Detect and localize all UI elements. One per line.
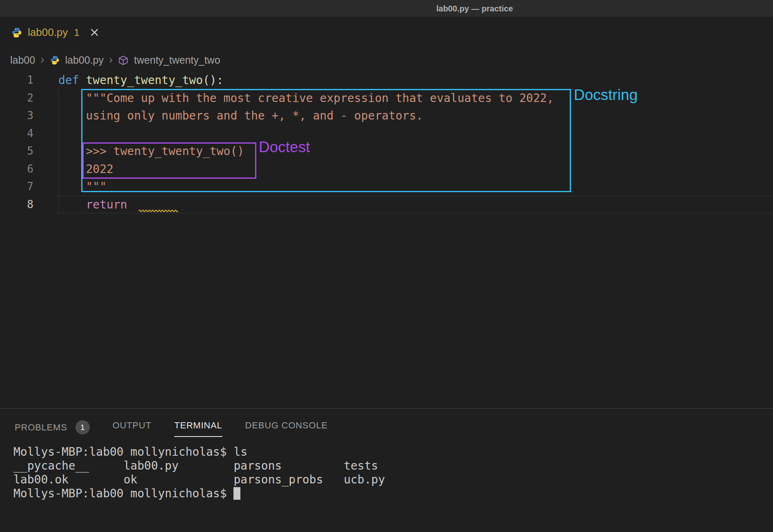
- terminal-prompt-line: Mollys-MBP:lab00 mollynicholas$: [13, 487, 773, 501]
- tab-problems[interactable]: PROBLEMS 1: [15, 420, 90, 441]
- code-line-1[interactable]: 1 def twenty_twenty_two():: [0, 71, 773, 89]
- tab-debug-console-label: DEBUG CONSOLE: [245, 420, 328, 431]
- code-line-5[interactable]: 5 >>> twenty_twenty_two(): [0, 142, 773, 160]
- keyword-def: def: [58, 73, 79, 87]
- breadcrumb: lab00 › lab00.py › twenty_twenty_two: [0, 49, 773, 71]
- code-editor[interactable]: 1 def twenty_twenty_two(): 2 """Come up …: [0, 71, 773, 408]
- close-icon[interactable]: [90, 28, 99, 37]
- line-number: 4: [0, 125, 33, 143]
- tab-problem-count: 1: [74, 27, 79, 38]
- tab-terminal[interactable]: TERMINAL: [174, 420, 222, 437]
- code-line-6[interactable]: 6 2022: [0, 160, 773, 178]
- line-number: 8: [0, 196, 33, 214]
- docstring-text: """: [58, 178, 107, 196]
- window-title: lab00.py — practice: [436, 4, 513, 13]
- code-line-4[interactable]: 4: [0, 125, 773, 143]
- breadcrumb-item-file[interactable]: lab00.py: [65, 54, 104, 66]
- line-number: 6: [0, 160, 33, 178]
- doctest-call-text: >>> twenty_twenty_two(): [58, 142, 244, 160]
- bottom-panel: PROBLEMS 1 OUTPUT TERMINAL DEBUG CONSOLE…: [0, 408, 773, 532]
- tab-output[interactable]: OUTPUT: [113, 420, 151, 437]
- current-line-highlight: [55, 196, 773, 214]
- terminal[interactable]: Mollys-MBP:lab00 mollynicholas$ ls __pyc…: [13, 445, 773, 532]
- editor-tab-lab00[interactable]: lab00.py 1: [0, 17, 110, 48]
- line-number: 5: [0, 142, 33, 160]
- line-number: 7: [0, 178, 33, 196]
- docstring-text: """Come up with the most creative expres…: [58, 89, 554, 107]
- terminal-line: __pycache__ lab00.py parsons tests: [13, 459, 773, 473]
- chevron-right-icon: ›: [109, 54, 113, 65]
- keyword-return: return: [86, 198, 127, 211]
- python-icon: [50, 55, 60, 65]
- panel-tab-bar: PROBLEMS 1 OUTPUT TERMINAL DEBUG CONSOLE: [0, 409, 773, 441]
- function-name: twenty_twenty_two: [86, 73, 203, 87]
- tab-problems-label: PROBLEMS: [15, 422, 67, 433]
- breadcrumb-item-folder[interactable]: lab00: [10, 54, 35, 66]
- editor-tab-bar: lab00.py 1: [0, 17, 773, 48]
- line-number: 2: [0, 89, 33, 107]
- titlebar: lab00.py — practice: [0, 0, 773, 17]
- chevron-right-icon: ›: [40, 54, 44, 65]
- terminal-line: Mollys-MBP:lab00 mollynicholas$ ls: [13, 445, 773, 459]
- terminal-prompt: Mollys-MBP:lab00 mollynicholas$: [13, 487, 233, 500]
- breadcrumb-item-symbol[interactable]: twenty_twenty_two: [134, 54, 220, 66]
- docstring-text: using only numbers and the +, *, and - o…: [58, 107, 423, 125]
- doctest-result-text: 2022: [58, 160, 113, 178]
- tab-terminal-label: TERMINAL: [174, 420, 222, 431]
- tab-filename: lab00.py: [28, 26, 68, 39]
- line-number: 3: [0, 107, 33, 125]
- problems-count-badge: 1: [76, 420, 90, 434]
- code-line-2[interactable]: 2 """Come up with the most creative expr…: [0, 89, 773, 107]
- code-line-3[interactable]: 3 using only numbers and the +, *, and -…: [0, 107, 773, 125]
- line-number: 1: [0, 71, 33, 89]
- code-line-8[interactable]: 8 return: [0, 196, 773, 214]
- python-icon: [11, 27, 22, 38]
- terminal-line: lab00.ok ok parsons_probs ucb.py: [13, 473, 773, 487]
- code-line-7[interactable]: 7 """: [0, 178, 773, 196]
- cube-symbol-icon: [118, 55, 129, 66]
- tab-output-label: OUTPUT: [113, 420, 151, 431]
- tab-debug-console[interactable]: DEBUG CONSOLE: [245, 420, 328, 437]
- terminal-cursor: [233, 487, 240, 500]
